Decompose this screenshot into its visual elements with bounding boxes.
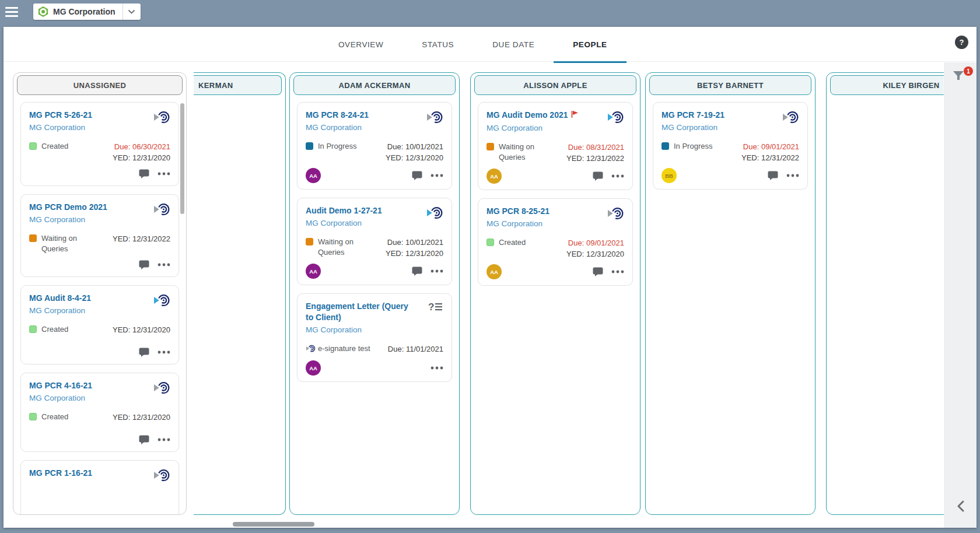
card-menu-button[interactable] [611, 270, 624, 273]
tab-status[interactable]: STATUS [402, 27, 473, 62]
column-kiley-birgen: KILEY BIRGEN [826, 72, 944, 515]
status-color-chip [662, 142, 669, 150]
engagement-card[interactable]: MG PCR 4-16-21MG Corporation CreatedYED:… [20, 373, 179, 452]
card-title-link[interactable]: MG PCR Demo 2021 [29, 202, 107, 213]
company-link[interactable]: MG Corporation [29, 122, 92, 133]
engagement-card[interactable]: MG PCR 8-25-21MG Corporation CreatedDue:… [478, 198, 633, 286]
card-title-link[interactable]: MG PCR 1-16-21 [29, 468, 92, 479]
card-title-link[interactable]: MG Audit 8-4-21 [29, 293, 91, 304]
date-block: YED: 12/31/2022 [113, 233, 170, 254]
horizontal-scrollbar[interactable] [233, 522, 314, 527]
card-title-link[interactable]: MG PCR 8-25-21 [487, 206, 550, 217]
engagement-card[interactable]: MG Audit 8-4-21MG Corporation CreatedYED… [20, 285, 179, 364]
status-indicator: Created [29, 141, 97, 163]
comment-button[interactable] [139, 260, 149, 269]
comment-button[interactable] [768, 171, 778, 180]
tab-due-date[interactable]: DUE DATE [473, 27, 554, 62]
engagement-card[interactable]: MG PCR 5-26-21MG Corporation CreatedDue:… [20, 102, 179, 186]
due-date: Due: 06/30/2021 [113, 141, 170, 152]
chevron-left-icon [957, 500, 965, 513]
engagement-card[interactable]: Audit Demo 1-27-21MG Corporation Waiting… [297, 198, 452, 285]
card-menu-button[interactable] [611, 174, 624, 178]
comment-button[interactable] [139, 348, 149, 357]
svg-text:?: ? [428, 301, 434, 313]
comment-button[interactable] [412, 266, 422, 276]
chevron-down-icon[interactable] [123, 3, 141, 20]
card-menu-button[interactable] [158, 263, 170, 266]
company-link[interactable]: MG Corporation [306, 218, 382, 229]
card-title-link[interactable]: MG PCR 4-16-21 [29, 380, 92, 391]
engagement-card[interactable]: MG PCR 1-16-21 [20, 460, 179, 515]
card-title: MG PCR Demo 2021 [29, 202, 107, 212]
company-link[interactable]: MG Corporation [487, 123, 579, 134]
engagement-card[interactable]: MG Audit Demo 2021 MG Corporation Waitin… [478, 102, 633, 190]
engagement-binder-icon [153, 293, 170, 316]
filter-funnel-icon [953, 71, 964, 81]
card-menu-button[interactable] [158, 350, 170, 354]
comment-button[interactable] [139, 435, 149, 444]
comment-button[interactable] [412, 171, 422, 180]
help-button[interactable]: ? [955, 36, 968, 49]
column-header: KERMAN [194, 75, 282, 95]
engagement-card[interactable]: Engagement Letter (Query to Client)MG Co… [297, 293, 452, 382]
column-header: UNASSIGNED [17, 75, 183, 95]
help-icon: ? [960, 38, 964, 47]
card-menu-button[interactable] [158, 438, 170, 441]
assignee-avatar: AA [306, 360, 321, 376]
engagement-binder-icon [426, 205, 443, 229]
flag-icon [571, 110, 579, 121]
status-label: Created [499, 237, 526, 260]
card-title-link[interactable]: MG PCR 8-24-21 [306, 110, 369, 121]
card-menu-button[interactable] [430, 269, 443, 273]
status-indicator: Waiting on Queries [29, 233, 97, 254]
comment-button[interactable] [139, 169, 149, 178]
card-list: MG Audit Demo 2021 MG Corporation Waitin… [471, 95, 640, 297]
engagement-card[interactable]: MG PCR 8-24-21MG Corporation In Progress… [297, 102, 452, 190]
status-color-chip [29, 325, 37, 333]
filter-button[interactable]: 1 [953, 71, 969, 88]
collapse-panel-button[interactable] [957, 500, 965, 515]
esignature-label: e-signature test [318, 343, 370, 356]
status-label: Waiting on Queries [41, 233, 97, 254]
card-title: MG PCR 8-25-21 [487, 206, 550, 216]
column-kerman: KERMAN [194, 72, 286, 515]
due-date: Due: 08/31/2021 [566, 142, 624, 153]
card-list: MG PCR 5-26-21MG Corporation CreatedDue:… [13, 95, 186, 515]
card-list [194, 95, 285, 106]
assignee-avatar: BB [662, 168, 677, 183]
card-menu-button[interactable] [430, 174, 443, 177]
comment-button[interactable] [593, 171, 603, 181]
board: UNASSIGNEDMG PCR 5-26-21MG Corporation C… [4, 62, 944, 528]
card-title: MG PCR 8-24-21 [306, 110, 369, 120]
comment-button[interactable] [593, 267, 603, 276]
company-link[interactable]: MG Corporation [29, 306, 91, 316]
card-title-link[interactable]: Engagement Letter (Query to Client) [306, 301, 416, 323]
card-menu-button[interactable] [786, 174, 799, 177]
tab-people[interactable]: PEOPLE [554, 27, 626, 62]
card-title-link[interactable]: MG PCR 7-19-21 [662, 110, 724, 121]
card-title: MG Audit 8-4-21 [29, 293, 91, 303]
company-link[interactable]: MG Corporation [662, 122, 724, 133]
card-title-link[interactable]: Audit Demo 1-27-21 [306, 205, 382, 216]
card-title-link[interactable]: MG PCR 5-26-21 [29, 110, 92, 121]
assignee-avatar: AA [487, 264, 502, 279]
company-link[interactable]: MG Corporation [29, 215, 107, 225]
company-link[interactable]: MG Corporation [29, 393, 92, 404]
engagement-card[interactable]: MG PCR Demo 2021MG Corporation Waiting o… [20, 194, 179, 277]
engagement-binder-icon [153, 380, 170, 404]
company-link[interactable]: MG Corporation [487, 219, 550, 229]
client-selector[interactable]: MG Corporation [33, 3, 141, 20]
card-list [827, 95, 944, 106]
company-link[interactable]: MG Corporation [306, 122, 369, 133]
tab-overview[interactable]: OVERVIEW [319, 27, 402, 62]
card-menu-button[interactable] [430, 366, 443, 370]
column-vertical-scrollbar[interactable] [180, 103, 184, 214]
engagement-card[interactable]: MG PCR 7-19-21MG Corporation In Progress… [653, 102, 808, 190]
company-link[interactable]: MG Corporation [306, 325, 416, 335]
hamburger-menu-icon[interactable] [5, 7, 18, 17]
card-list: MG PCR 8-24-21MG Corporation In Progress… [290, 95, 459, 394]
card-title-link[interactable]: MG Audit Demo 2021 [487, 110, 579, 121]
card-menu-button[interactable] [158, 172, 170, 176]
status-color-chip [487, 239, 494, 246]
year-end-date: YED: 12/31/2022 [741, 152, 799, 163]
